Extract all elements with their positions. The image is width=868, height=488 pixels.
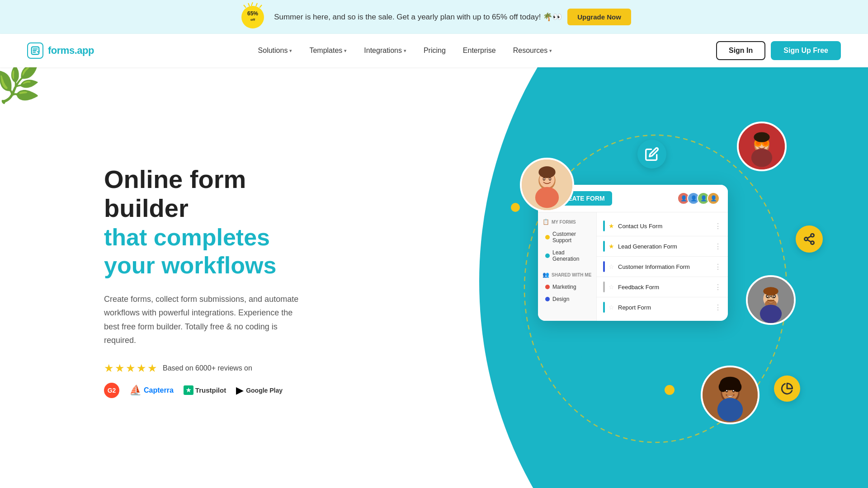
svg-point-45 [549,178,551,180]
chevron-down-icon: ▾ [549,48,552,54]
svg-text:off: off [250,18,255,22]
form-more-button[interactable]: ⋮ [714,242,722,251]
form-star-empty-icon: ☆ [609,283,614,291]
form-name-customer-info: Customer Information Form [618,263,711,270]
dot-grid-left [502,235,529,262]
svg-point-44 [543,178,545,180]
nav-templates[interactable]: Templates ▾ [302,43,354,58]
signup-button[interactable]: Sign Up Free [771,41,841,60]
hero-title-line2: that completes your workflows [104,223,307,280]
upgrade-now-button[interactable]: Upgrade Now [567,9,631,25]
svg-text:65%: 65% [247,10,258,17]
svg-point-67 [733,382,742,392]
svg-line-7 [244,5,246,8]
avatar-person-4 [746,275,796,325]
form-bar-indicator [603,302,605,313]
form-row-lead: ★ Lead Generation Form ⋮ [597,236,728,257]
svg-point-80 [763,287,778,296]
svg-point-16 [504,247,505,249]
nav-pricing[interactable]: Pricing [416,43,453,58]
sidebar-customer-support[interactable]: Customer Support [542,229,592,246]
form-row-feedback: ☆ Feedback Form ⋮ [597,277,728,297]
top-banner: 65% off Summer is here, and so is the sa… [0,0,868,34]
g2-logo: G2 [104,383,119,398]
form-panel-body: 📋 MY FORMS Customer Support Lead Generat… [538,212,728,321]
form-name-feedback: Feedback Form [618,284,711,291]
banner-text: Summer is here, and so is the sale. Get … [274,12,562,22]
svg-point-32 [703,411,705,413]
nav-enterprise[interactable]: Enterprise [456,43,503,58]
avatar-group: 👤 👤 👤 👤 [680,192,720,205]
form-star-icon: ★ [609,222,614,230]
logo[interactable]: forms.app [27,42,94,59]
trustpilot-icon: ★ [184,385,193,395]
svg-point-25 [698,400,700,402]
shared-with-me-label: 👥 SHARED WITH ME [542,272,592,278]
svg-line-5 [259,5,262,8]
form-more-button[interactable]: ⋮ [714,263,722,271]
svg-point-47 [538,166,555,178]
hero-illustration: + CREATE FORM 👤 👤 👤 👤 📋 MY FORMS [497,94,823,483]
form-row-report: ☆ Report Form ⋮ [597,297,728,317]
svg-point-12 [514,236,516,238]
svg-point-20 [509,253,511,254]
star-rating: ★★★★★ [104,362,158,375]
svg-line-3 [251,2,253,6]
form-name-report: Report Form [618,304,711,311]
capterra-text: Capterra [144,386,174,394]
svg-point-19 [504,253,505,254]
my-forms-label: 📋 MY FORMS [542,219,592,225]
collab-avatar-4: 👤 [707,192,720,205]
google-play-text: Google Play [246,387,283,394]
form-row-contact: ★ Contact Us Form ⋮ [597,216,728,236]
form-more-button[interactable]: ⋮ [714,303,722,312]
trustpilot-text: Trustpilot [195,386,226,394]
nav-integrations[interactable]: Integrations ▾ [357,43,414,58]
svg-point-10 [504,236,505,238]
dot-icon [545,285,550,289]
hero-reviews: ★★★★★ Based on 6000+ reviews on [104,362,307,375]
logo-icon [27,42,43,59]
svg-point-28 [698,405,700,407]
google-play-logo: ▶ Google Play [236,385,283,396]
capterra-logo: ⛵ Capterra [129,385,174,396]
form-star-empty-icon: ☆ [609,263,614,270]
svg-point-17 [509,247,511,249]
nav-resources[interactable]: Resources ▾ [506,43,559,58]
review-logos: G2 ⛵ Capterra ★ Trustpilot ▶ Google Play [104,383,307,398]
nav-solutions[interactable]: Solutions ▾ [251,43,300,58]
form-bar-indicator [603,261,605,272]
hero-title-line1: Online form builder [104,165,307,223]
form-star-icon: ★ [609,243,614,250]
form-star-empty-icon: ☆ [609,304,614,311]
chevron-down-icon: ▾ [289,48,292,54]
capterra-icon: ⛵ [129,385,142,396]
svg-point-62 [726,390,727,391]
form-bar-indicator [603,241,605,252]
google-play-icon: ▶ [236,385,244,396]
form-more-button[interactable]: ⋮ [714,222,722,230]
person-2-illustration [739,123,785,169]
signin-button[interactable]: Sign In [716,41,765,60]
hero-section: 🌿 Online form builder that completes you… [0,67,868,488]
form-row-customer-info: ☆ Customer Information Form ⋮ [597,257,728,277]
chart-icon-float [774,375,800,402]
svg-point-31 [698,411,700,413]
logo-text: forms.app [48,45,94,56]
form-panel: + CREATE FORM 👤 👤 👤 👤 📋 MY FORMS [538,185,728,321]
forms-sidebar: 📋 MY FORMS Customer Support Lead Generat… [538,212,597,321]
svg-point-74 [774,296,775,297]
form-name-lead: Lead Generation Form [618,243,711,250]
sidebar-lead-generation[interactable]: Lead Generation [542,247,592,264]
sidebar-marketing[interactable]: Marketing [542,282,592,292]
svg-line-4 [256,3,257,6]
form-more-button[interactable]: ⋮ [714,283,722,291]
sidebar-design[interactable]: Design [542,294,592,305]
svg-point-11 [509,236,511,238]
nav-actions: Sign In Sign Up Free [716,41,841,60]
form-name-contact: Contact Us Form [618,223,711,230]
chevron-down-icon: ▾ [344,48,347,54]
shared-section: 👥 SHARED WITH ME Marketing Design [542,272,592,305]
form-bar-indicator [603,221,605,231]
svg-point-73 [767,296,768,297]
